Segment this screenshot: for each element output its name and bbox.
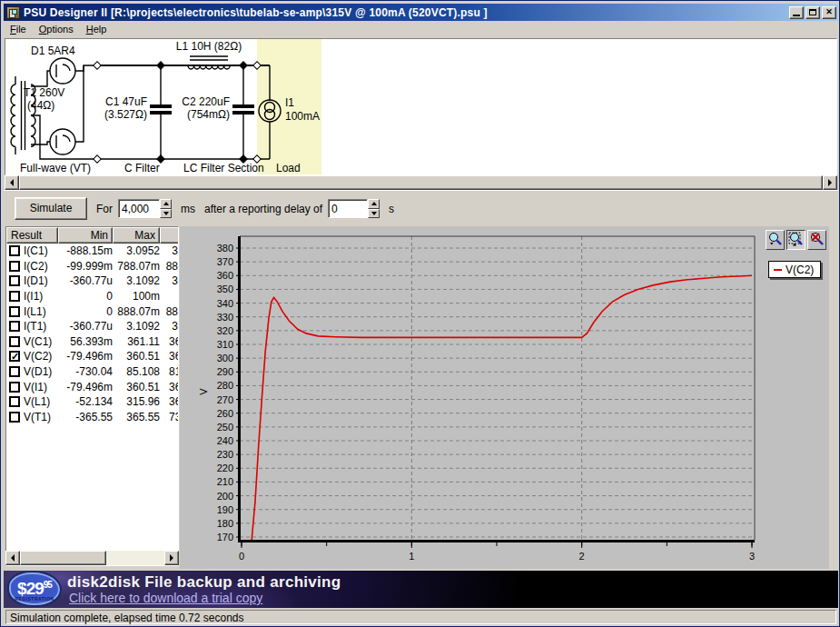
svg-text:210: 210 [217, 476, 233, 487]
table-row: I(T1)-360.77u3.10923.1 [6, 319, 178, 334]
result-name: V(T1) [24, 411, 51, 423]
result-checkbox-I(I1)[interactable] [9, 291, 20, 302]
result-name: I(D1) [24, 274, 48, 287]
duration-down-button[interactable] [160, 209, 172, 219]
result-checkbox-I(T1)[interactable] [9, 321, 20, 332]
table-row: V(T1)-365.55365.55731 [6, 410, 178, 425]
svg-text:170: 170 [217, 532, 233, 542]
duration-input[interactable] [118, 199, 160, 218]
result-name: I(I1) [24, 290, 43, 303]
result-min: -730.04 [58, 365, 113, 378]
section-cfilter: C Filter [124, 162, 160, 174]
label-d1: D1 5AR4 [31, 45, 75, 57]
scroll-thumb[interactable] [19, 175, 823, 190]
result-max: 315.96 [113, 395, 160, 408]
svg-text:280: 280 [217, 380, 233, 391]
arrow-right-icon [828, 179, 832, 186]
section-fullwave: Full-wave (VT) [20, 162, 91, 174]
ad-headline: disk2disk File backup and archiving [67, 573, 341, 592]
table-row: ✓V(C2)-79.496m360.51360 [6, 349, 178, 364]
series-color-swatch [774, 269, 782, 271]
zoom-full-button[interactable] [786, 230, 805, 250]
result-extra: 888. [160, 305, 179, 318]
result-max: 360.51 [113, 350, 160, 363]
svg-text:300: 300 [217, 353, 233, 363]
schematic-panel[interactable]: D1 5AR4 T1 260V (44Ω) C1 47uF (3.527Ω) L… [5, 38, 837, 175]
result-extra: 1 [160, 290, 179, 303]
arrow-down-icon [163, 212, 169, 215]
arrow-down-icon [371, 212, 377, 215]
result-max: 788.07m [113, 260, 160, 273]
header-extra[interactable] [160, 227, 179, 244]
schematic-hscrollbar[interactable] [5, 175, 837, 190]
price-badge: $2995 REGISTRATION [9, 572, 60, 605]
delay-down-button[interactable] [368, 209, 380, 219]
header-max[interactable]: Max [113, 227, 160, 244]
delay-input[interactable] [328, 199, 368, 218]
result-min: -99.999m [58, 260, 113, 273]
minimize-button[interactable] [789, 6, 804, 19]
result-min: -365.55 [58, 411, 113, 423]
header-result[interactable]: Result [6, 227, 58, 244]
result-checkbox-V(D1)[interactable] [9, 366, 20, 377]
result-name: V(C2) [24, 350, 52, 363]
ad-download-link[interactable]: Click here to download a trial copy [69, 591, 262, 605]
menu-file[interactable]: File [4, 22, 33, 36]
title-bar[interactable]: PSU Designer II [R:\projects\electronics… [4, 4, 838, 21]
result-min: -360.77u [58, 274, 113, 287]
result-checkbox-I(C1)[interactable] [9, 245, 20, 256]
status-bar: Simulation complete, elapsed time 0.72 s… [4, 609, 838, 625]
maximize-button[interactable] [805, 6, 820, 19]
table-row: I(L1)0888.07m888. [6, 304, 178, 319]
scroll-left-button[interactable] [5, 175, 19, 190]
scroll-right-button[interactable] [823, 175, 837, 190]
zoom-out-button[interactable] [766, 230, 785, 250]
result-extra: 368 [160, 395, 179, 408]
label-t1: T1 260V [24, 86, 64, 99]
result-max: 888.07m [113, 305, 160, 318]
result-checkbox-I(D1)[interactable] [9, 275, 20, 286]
svg-text:200: 200 [217, 491, 233, 502]
duration-up-button[interactable] [160, 199, 172, 209]
registration-label: REGISTRATION [11, 596, 58, 602]
menu-help[interactable]: Help [80, 22, 114, 36]
result-name: V(D1) [24, 365, 52, 378]
header-min[interactable]: Min [58, 227, 113, 244]
scroll-track[interactable] [106, 551, 164, 565]
zoom-cancel-button[interactable] [807, 230, 826, 250]
menu-options[interactable]: Options [33, 22, 80, 36]
result-checkbox-V(T1)[interactable] [9, 412, 20, 423]
label-c1: C1 47uF [105, 95, 147, 108]
scroll-thumb[interactable] [20, 551, 106, 565]
result-max: 361.11 [113, 335, 160, 348]
simulate-button[interactable]: Simulate [15, 197, 87, 220]
scroll-right-button[interactable] [164, 551, 179, 565]
delay-unit-label: s [389, 203, 394, 215]
scroll-left-button[interactable] [5, 551, 20, 565]
result-checkbox-I(L1)[interactable] [9, 306, 20, 317]
zoom-cancel-icon [809, 232, 825, 248]
status-text: Simulation complete, elapsed time 0.72 s… [5, 610, 836, 624]
for-label: For [96, 203, 113, 215]
result-checkbox-I(C2)[interactable] [9, 261, 20, 272]
delay-up-button[interactable] [368, 199, 380, 209]
result-min: -888.15m [58, 244, 113, 257]
minimize-icon [793, 15, 800, 16]
result-min: -79.496m [58, 350, 113, 363]
chart-panel: 1701801902002102202302402502602702802903… [180, 226, 829, 569]
chart-legend: V(C2) [768, 261, 821, 278]
results-hscrollbar[interactable] [5, 551, 179, 565]
label-i1-value: 100mA [285, 110, 320, 123]
vc2-chart[interactable]: 1701801902002102202302402502602702802903… [180, 226, 829, 569]
svg-text:290: 290 [217, 366, 233, 377]
svg-text:370: 370 [217, 256, 233, 267]
ad-banner[interactable]: $2995 REGISTRATION disk2disk File backup… [4, 571, 838, 608]
close-button[interactable]: ✕ [822, 6, 836, 19]
result-checkbox-V(L1)[interactable] [9, 396, 20, 407]
result-checkbox-V(C2)[interactable]: ✓ [9, 351, 20, 362]
result-checkbox-V(I1)[interactable] [9, 382, 20, 393]
result-name: I(C1) [24, 244, 48, 257]
svg-text:380: 380 [217, 243, 233, 254]
result-checkbox-V(C1)[interactable] [9, 336, 20, 347]
svg-text:1: 1 [409, 551, 414, 562]
